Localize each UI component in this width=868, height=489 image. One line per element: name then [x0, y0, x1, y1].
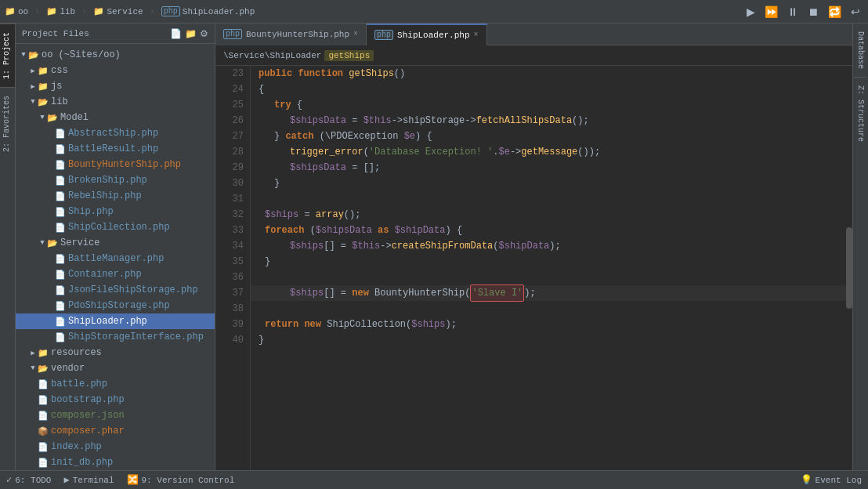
bottom-terminal[interactable]: ▶ Terminal — [63, 474, 114, 486]
sidebar-item-rebelship[interactable]: 📄 RebelShip.php — [16, 188, 215, 204]
php-file-icon-brokenship: 📄 — [55, 176, 66, 186]
sidebar-settings-btn[interactable]: ⚙ — [200, 28, 208, 39]
line-num-32: 32 — [215, 207, 244, 223]
right-vtab-database[interactable]: Database — [854, 24, 867, 78]
debug-button[interactable]: ⏩ — [761, 4, 781, 20]
sidebar-item-bootstrap-label: bootstrap.php — [51, 394, 125, 405]
sidebar-item-battleresult-label: BattleResult.php — [68, 143, 158, 154]
line-num-40: 40 — [215, 332, 244, 348]
bottom-vcs[interactable]: 🔀 9: Version Control — [127, 474, 235, 486]
code-content[interactable]: public function getShips() { try { $ship… — [251, 66, 846, 470]
bottom-eventlog[interactable]: 💡 Event Log — [801, 474, 862, 486]
sidebar-item-index[interactable]: 📄 index.php — [16, 439, 215, 455]
json-file-icon-composer: 📄 — [38, 411, 49, 421]
line-numbers: 23 24 25 26 27 28 29 30 31 32 33 ◆ 34 35… — [215, 66, 251, 470]
php-file-icon-abstractship: 📄 — [55, 129, 66, 139]
main-layout: 1: Project 2: Favorites Project Files 📄 … — [0, 24, 868, 470]
sidebar-item-container-label: Container.php — [68, 269, 142, 280]
php-icon-tab-shiploader: php — [374, 30, 393, 40]
code-line-23: public function getShips() — [251, 66, 846, 82]
sidebar-new-file-btn[interactable]: 📄 — [170, 28, 182, 39]
folder-open-icon-vendor: 📂 — [38, 364, 49, 374]
right-vtab-structure[interactable]: Z: Structure — [854, 78, 867, 150]
code-line-34: $ships[] = $this->createShipFromData($sh… — [251, 238, 846, 254]
code-line-37: $ships[] = new BountyHunterShip('Slave I… — [251, 285, 846, 301]
top-nav-divider3: › — [150, 6, 155, 17]
sidebar-item-ship[interactable]: 📄 Ship.php — [16, 204, 215, 219]
sidebar-item-css[interactable]: ▶ 📁 css — [16, 63, 215, 78]
php-icon-shiploader: php — [161, 6, 180, 16]
sidebar-item-initdb[interactable]: 📄 init_db.php — [16, 455, 215, 470]
editor-scrollbar[interactable] — [846, 66, 852, 470]
sidebar-item-jsonfilestorage-label: JsonFileShipStorage.php — [68, 284, 198, 295]
sidebar-item-bountyhuntership[interactable]: 📄 BountyHunterShip.php — [16, 157, 215, 172]
stop-button[interactable]: ⏹ — [805, 4, 822, 20]
code-line-31 — [251, 191, 846, 207]
code-line-26: $shipsData = $this->shipStorage->fetchAl… — [251, 113, 846, 129]
tab-bountyhuntership-label: BountyHunterShip.php — [246, 30, 349, 39]
bottom-todo[interactable]: ✓ 6: TODO — [6, 474, 51, 486]
todo-icon: ✓ — [6, 474, 12, 486]
top-nav-service[interactable]: 📁 Service — [93, 6, 143, 16]
bottom-todo-label: 6: TODO — [15, 476, 51, 485]
sidebar-item-model[interactable]: ▼ 📂 Model — [16, 110, 215, 125]
right-vtab-database-label: Database — [856, 31, 865, 69]
tab-bountyhuntership[interactable]: php BountyHunterShip.php × — [215, 24, 367, 45]
sidebar-item-composerphar[interactable]: 📦 composer.phar — [16, 423, 215, 439]
code-line-30: } — [251, 176, 846, 191]
sidebar-item-vendor-label: vendor — [51, 363, 85, 374]
line-num-29: 29 — [215, 160, 244, 176]
sidebar-item-bountyhuntership-label: BountyHunterShip.php — [68, 159, 181, 170]
reload-button[interactable]: 🔁 — [825, 4, 844, 20]
sidebar-item-service[interactable]: ▼ 📂 Service — [16, 235, 215, 251]
top-nav-oo[interactable]: 📁 oo — [5, 6, 28, 16]
sidebar-item-shipstorageinterface-label: ShipStorageInterface.php — [68, 331, 204, 342]
sidebar-item-brokenship[interactable]: 📄 BrokenShip.php — [16, 172, 215, 188]
sidebar-item-jsonfilestorage[interactable]: 📄 JsonFileShipStorage.php — [16, 282, 215, 298]
tab-shiploader[interactable]: php ShipLoader.php × — [367, 24, 486, 45]
line-num-30: 30 — [215, 176, 244, 191]
sidebar-item-js[interactable]: ▶ 📁 js — [16, 78, 215, 94]
sidebar-item-lib[interactable]: ▼ 📂 lib — [16, 94, 215, 110]
sidebar-item-shipcollection-label: ShipCollection.php — [68, 222, 170, 233]
sidebar-item-battlemanager[interactable]: 📄 BattleManager.php — [16, 251, 215, 266]
sidebar-item-container[interactable]: 📄 Container.php — [16, 266, 215, 282]
vtab-project[interactable]: 1: Project — [0, 24, 15, 87]
sidebar-item-battle[interactable]: 📄 battle.php — [16, 376, 215, 392]
folder-icon-resources: 📁 — [38, 348, 49, 358]
folder-icon-lib: 📁 — [46, 6, 57, 16]
sidebar-item-oo[interactable]: ▼ 📂 oo (~Sites/oo) — [16, 47, 215, 63]
sidebar-item-shipcollection[interactable]: 📄 ShipCollection.php — [16, 219, 215, 235]
sidebar-item-composerjson[interactable]: 📄 composer.json — [16, 408, 215, 423]
pause-button[interactable]: ⏸ — [784, 4, 801, 20]
sidebar-item-resources[interactable]: ▶ 📁 resources — [16, 345, 215, 360]
sidebar-new-folder-btn[interactable]: 📁 — [185, 28, 197, 39]
chevron-down-icon-model: ▼ — [38, 114, 47, 121]
tab-close-shiploader[interactable]: × — [474, 31, 479, 39]
php-file-icon-shipstorageinterface: 📄 — [55, 332, 66, 342]
top-nav-shiploader[interactable]: php ShipLoader.php — [161, 6, 255, 16]
sidebar-item-pdostorage[interactable]: 📄 PdoShipStorage.php — [16, 298, 215, 313]
sidebar-item-battleresult[interactable]: 📄 BattleResult.php — [16, 141, 215, 157]
top-nav-lib[interactable]: 📁 lib — [46, 6, 75, 16]
left-vtabs: 1: Project 2: Favorites — [0, 24, 16, 470]
php-file-icon-bountyhuntership: 📄 — [55, 160, 66, 170]
sidebar-item-lib-label: lib — [51, 96, 68, 107]
vtab-favorites[interactable]: 2: Favorites — [0, 87, 15, 160]
sidebar-item-abstractship[interactable]: 📄 AbstractShip.php — [16, 125, 215, 141]
sidebar-tree: ▼ 📂 oo (~Sites/oo) ▶ 📁 css ▶ 📁 js ▼ — [16, 44, 215, 470]
folder-open-icon: 📂 — [28, 50, 39, 60]
sidebar-item-shipstorageinterface[interactable]: 📄 ShipStorageInterface.php — [16, 329, 215, 345]
sidebar-item-bootstrap[interactable]: 📄 bootstrap.php — [16, 392, 215, 408]
code-line-39: return new ShipCollection($ships); — [251, 317, 846, 332]
php-icon-tab-bounty: php — [223, 29, 242, 39]
tab-close-bounty[interactable]: × — [353, 30, 358, 38]
undo-button[interactable]: ↩ — [848, 4, 863, 20]
sidebar-item-brokenship-label: BrokenShip.php — [68, 175, 147, 186]
breadcrumb-method: getShips — [324, 50, 374, 61]
scrollbar-thumb — [846, 227, 852, 308]
sidebar-item-vendor[interactable]: ▼ 📂 vendor — [16, 360, 215, 376]
sidebar-item-shiploader-label: ShipLoader.php — [68, 316, 147, 327]
sidebar-item-shiploader[interactable]: 📄 ShipLoader.php — [16, 313, 215, 329]
run-button[interactable]: ▶ — [743, 4, 758, 20]
